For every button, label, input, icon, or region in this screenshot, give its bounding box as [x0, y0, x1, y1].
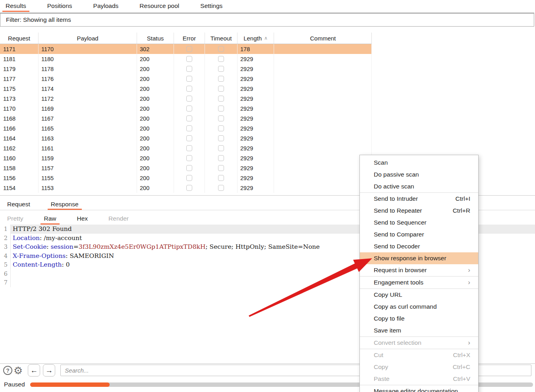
tab-positions[interactable]: Positions [44, 1, 75, 12]
line-segment: : [40, 234, 44, 242]
menu-item-send-to-repeater[interactable]: Send to RepeaterCtrl+R [360, 205, 478, 217]
cell-comment [274, 74, 372, 84]
tab-hex[interactable]: Hex [74, 213, 91, 225]
table-row[interactable]: 116011592002929 [0, 153, 371, 163]
cell-payload: 1172 [39, 94, 137, 104]
error-checkbox [186, 175, 192, 181]
forward-button[interactable]: → [43, 364, 55, 377]
table-row[interactable]: 115611552002929 [0, 173, 371, 183]
menu-item-scan[interactable]: Scan [360, 157, 478, 169]
table-row[interactable]: 11711170302178 [0, 44, 371, 54]
menu-item-cut: CutCtrl+X [360, 349, 478, 361]
cell-payload: 1180 [39, 54, 137, 64]
cell-request: 1177 [0, 74, 39, 84]
table-row[interactable]: 117511742002929 [0, 84, 371, 94]
column-header-comment[interactable]: Comment [274, 33, 372, 44]
cell-timeout [205, 84, 238, 94]
cell-status: 302 [137, 44, 174, 54]
column-header-length[interactable]: Length∧ [238, 33, 274, 44]
cell-payload: 1176 [39, 74, 137, 84]
menu-item-copy-as-curl-command[interactable]: Copy as curl command [360, 301, 478, 313]
error-checkbox [186, 125, 192, 131]
timeout-checkbox [218, 145, 224, 151]
error-checkbox [186, 135, 192, 141]
cell-length: 2929 [238, 104, 274, 113]
table-row[interactable]: 115811572002929 [0, 163, 371, 173]
tab-request[interactable]: Request [4, 198, 33, 210]
column-header-request[interactable]: Request [0, 33, 39, 44]
cell-error [174, 153, 205, 163]
cell-comment [274, 183, 372, 193]
menu-item-do-active-scan[interactable]: Do active scan [360, 181, 478, 192]
table-row[interactable]: 116411632002929 [0, 133, 371, 143]
tab-response[interactable]: Response [48, 198, 82, 210]
column-header-timeout[interactable]: Timeout [205, 33, 238, 44]
menu-item-label: Cut [374, 352, 448, 359]
cell-length: 2929 [238, 84, 274, 94]
error-checkbox [186, 46, 192, 52]
menu-item-engagement-tools[interactable]: Engagement tools› [360, 277, 478, 288]
column-header-label: Payload [77, 35, 98, 42]
menu-item-do-passive-scan[interactable]: Do passive scan [360, 169, 478, 181]
timeout-checkbox [218, 96, 224, 102]
error-checkbox [186, 145, 192, 151]
back-button[interactable]: ← [28, 364, 40, 377]
tab-settings[interactable]: Settings [197, 1, 226, 12]
tab-payloads[interactable]: Payloads [90, 1, 122, 12]
column-header-label: Length [243, 35, 262, 42]
menu-item-send-to-decoder[interactable]: Send to Decoder [360, 240, 478, 252]
table-row[interactable]: 116211612002929 [0, 143, 371, 153]
table-row[interactable]: 118111802002929 [0, 54, 371, 64]
menu-item-label: Send to Comparer [374, 231, 470, 238]
tab-pretty[interactable]: Pretty [4, 213, 26, 225]
line-segment: = [73, 243, 79, 250]
timeout-checkbox [218, 76, 224, 82]
timeout-checkbox [218, 165, 224, 171]
table-row[interactable]: 117311722002929 [0, 94, 371, 104]
menu-item-send-to-sequencer[interactable]: Send to Sequencer [360, 217, 478, 229]
column-header-status[interactable]: Status [137, 33, 174, 44]
line-number: 1 [0, 225, 11, 234]
cell-comment [274, 123, 372, 133]
gear-icon[interactable]: ⚙ [14, 365, 23, 376]
cell-request: 1154 [0, 183, 39, 193]
line-segment: Content-Length [13, 261, 62, 268]
error-checkbox [186, 155, 192, 161]
menu-item-save-item[interactable]: Save item [360, 325, 478, 336]
cell-status: 200 [137, 163, 174, 173]
cell-timeout [205, 183, 238, 193]
help-icon[interactable]: ? [3, 366, 12, 375]
column-header-error[interactable]: Error [174, 33, 205, 44]
tab-resource-pool[interactable]: Resource pool [136, 1, 182, 12]
tab-raw[interactable]: Raw [41, 213, 59, 225]
line-content: Content-Length: 0 [11, 261, 70, 268]
cell-timeout [205, 113, 238, 123]
table-row[interactable]: 117711762002929 [0, 74, 371, 84]
filter-bar[interactable]: Filter: Showing all items [0, 13, 534, 27]
line-segment: /my-account [44, 234, 82, 242]
table-row[interactable]: 117011692002929 [0, 104, 371, 113]
menu-item-request-in-browser[interactable]: Request in browser› [360, 264, 478, 276]
context-menu: ScanDo passive scanDo active scanSend to… [359, 155, 479, 392]
menu-item-send-to-intruder[interactable]: Send to IntruderCtrl+I [360, 193, 478, 205]
tab-results[interactable]: Results [2, 1, 29, 12]
cell-request: 1171 [0, 44, 39, 54]
table-row[interactable]: 117911782002929 [0, 64, 371, 74]
menu-item-send-to-comparer[interactable]: Send to Comparer [360, 229, 478, 240]
filter-text: Filter: Showing all items [6, 16, 71, 23]
line-number: 7 [0, 278, 11, 287]
table-row[interactable]: 115411532002929 [0, 183, 371, 193]
tab-render[interactable]: Render [105, 213, 132, 225]
cell-timeout [205, 74, 238, 84]
menu-item-convert-selection: Convert selection› [360, 337, 478, 349]
menu-item-copy-url[interactable]: Copy URL [360, 289, 478, 301]
cell-timeout [205, 173, 238, 183]
table-row[interactable]: 116611652002929 [0, 123, 371, 133]
table-row[interactable]: 116811672002929 [0, 113, 371, 123]
column-header-payload[interactable]: Payload [39, 33, 137, 44]
error-checkbox [186, 66, 192, 72]
menu-item-message-editor-documentation[interactable]: Message editor documentation [360, 385, 478, 392]
menu-item-copy-to-file[interactable]: Copy to file [360, 313, 478, 325]
menu-item-show-response-in-browser[interactable]: Show response in browser [360, 252, 478, 264]
cell-payload: 1178 [39, 64, 137, 74]
